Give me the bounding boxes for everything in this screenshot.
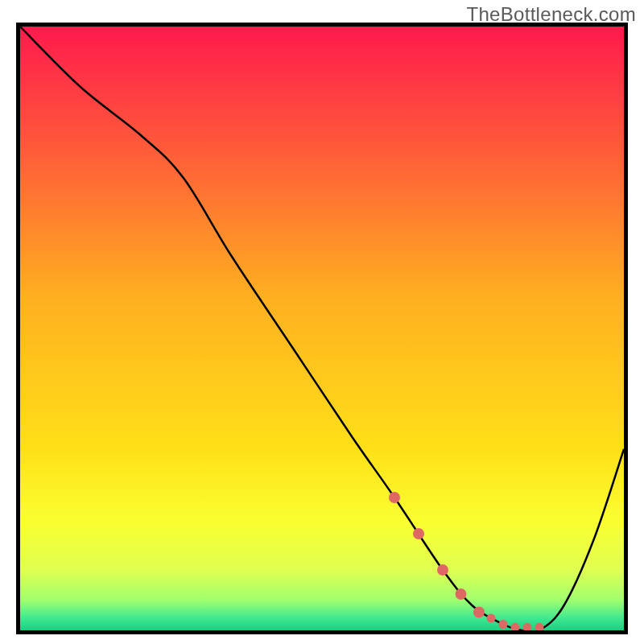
highlight-dot <box>437 564 448 576</box>
chart-frame <box>16 23 628 634</box>
highlight-dot <box>473 607 485 618</box>
highlight-dot <box>456 588 467 600</box>
chart-curve-layer <box>20 27 624 630</box>
highlight-dots-group <box>389 492 544 630</box>
highlight-dot <box>389 492 400 503</box>
bottleneck-curve <box>20 27 624 630</box>
highlight-dot <box>535 623 544 630</box>
page-root: TheBottleneck.com <box>0 0 644 644</box>
highlight-dot <box>487 614 496 623</box>
highlight-dot <box>511 623 520 630</box>
highlight-dot <box>413 528 424 539</box>
highlight-dot <box>523 623 532 630</box>
highlight-dot <box>499 620 508 629</box>
